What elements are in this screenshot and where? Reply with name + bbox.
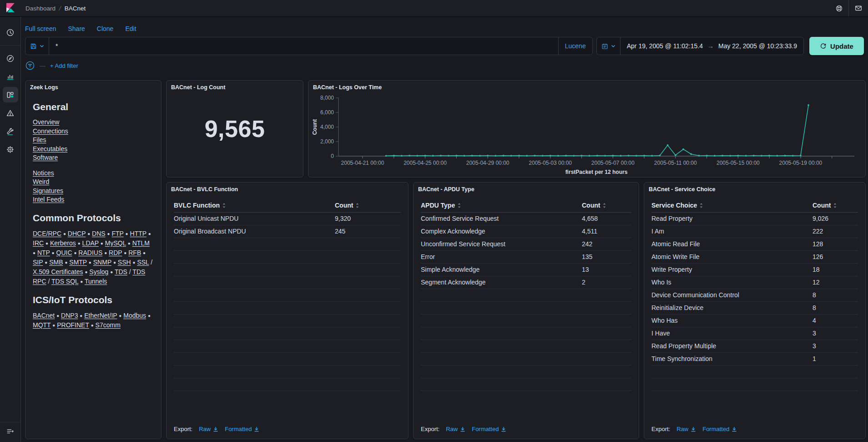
table-sort-header[interactable]: Service Choice: [651, 199, 812, 212]
date-range-start[interactable]: Apr 19, 2005 @ 11:02:15.4: [627, 42, 703, 50]
table-row: Time Synchronization1: [651, 352, 858, 365]
export-raw-link[interactable]: Raw: [676, 426, 696, 432]
protocol-link[interactable]: HTTP: [130, 230, 146, 237]
table-empty-row: [421, 340, 631, 352]
protocol-link[interactable]: Kerberos: [50, 239, 76, 247]
date-range-end[interactable]: May 22, 2005 @ 10:23:33.9: [718, 42, 797, 50]
kibana-logo[interactable]: [0, 0, 21, 16]
export-formatted-link[interactable]: Formatted: [702, 426, 737, 432]
protocol-link[interactable]: Tunnels: [85, 278, 107, 285]
protocol-link[interactable]: EtherNet/IP: [84, 312, 117, 319]
zeek-log-link[interactable]: Signatures: [33, 187, 63, 196]
table-empty-row: [174, 378, 401, 391]
zeek-log-link[interactable]: Overview: [33, 118, 59, 127]
update-button[interactable]: Update: [809, 37, 864, 55]
table-empty-row: [174, 327, 401, 340]
add-filter-button[interactable]: + Add filter: [50, 62, 78, 69]
protocol-link[interactable]: LDAP: [82, 239, 99, 247]
date-quick-menu-button[interactable]: [597, 37, 621, 55]
zeek-log-link[interactable]: Weird: [33, 178, 49, 187]
filter-icon[interactable]: [25, 61, 35, 71]
zeek-log-link[interactable]: Notices: [33, 169, 54, 178]
filter-pin-dash: —: [40, 62, 45, 69]
zeek-log-link[interactable]: Files: [33, 136, 46, 145]
help-ring-icon: [835, 5, 843, 12]
saved-query-menu-button[interactable]: [25, 37, 49, 55]
protocol-link[interactable]: SMB: [49, 259, 63, 266]
table-sort-header[interactable]: Count: [812, 199, 858, 212]
protocol-link[interactable]: DHCP: [68, 230, 86, 237]
protocol-link[interactable]: NTLM: [132, 239, 150, 247]
full-screen-button[interactable]: Full screen: [25, 25, 56, 32]
table-cell: Who Has: [651, 314, 812, 327]
protocol-link[interactable]: MySQL: [105, 239, 126, 247]
protocol-link[interactable]: TDS SQL: [51, 278, 78, 285]
protocol-link[interactable]: RFB: [128, 249, 141, 256]
bullet-separator-icon: ●: [133, 260, 136, 265]
protocol-link[interactable]: SSL: [137, 259, 149, 266]
export-raw-link[interactable]: Raw: [199, 426, 218, 432]
bullet-separator-icon: ●: [45, 260, 47, 265]
sidebar-item-discover[interactable]: [0, 49, 21, 67]
sidebar-item-alerts[interactable]: [0, 104, 21, 122]
sidebar-item-dashboard[interactable]: [0, 86, 21, 104]
table-row: Read Property Multiple3: [651, 340, 858, 352]
protocol-link[interactable]: FTP: [111, 230, 123, 237]
export-formatted-link[interactable]: Formatted: [472, 426, 506, 432]
clock-icon: [6, 28, 15, 37]
newsfeed-button[interactable]: [849, 0, 868, 16]
sidebar-item-dev-tools[interactable]: [0, 122, 21, 140]
clone-button[interactable]: Clone: [97, 25, 114, 32]
table-sort-header[interactable]: BVLC Function: [174, 199, 335, 212]
breadcrumb-current: BACnet: [65, 5, 86, 12]
protocol-link[interactable]: NTP: [37, 249, 50, 256]
collapse-navigation-button[interactable]: [6, 427, 15, 437]
protocol-link[interactable]: Syslog: [89, 268, 108, 275]
recently-viewed-button[interactable]: [0, 23, 21, 41]
protocol-link[interactable]: SIP: [33, 259, 43, 266]
protocol-link[interactable]: SNMP: [93, 259, 111, 266]
bullet-separator-icon: ●: [143, 250, 146, 255]
table-sort-header[interactable]: Count: [582, 199, 631, 212]
zeek-log-link[interactable]: Software: [33, 153, 58, 163]
table-sort-header[interactable]: APDU Type: [421, 199, 582, 212]
sidebar-item-visualize[interactable]: [0, 67, 21, 86]
breadcrumb-dashboard[interactable]: Dashboard: [25, 5, 56, 12]
help-button[interactable]: [829, 0, 848, 16]
search-query-input[interactable]: *: [49, 37, 558, 55]
protocol-link[interactable]: X.509 Certificates: [33, 268, 83, 275]
protocol-link[interactable]: QUIC: [56, 249, 72, 256]
zeek-log-link[interactable]: Intel Feeds: [33, 195, 64, 204]
protocol-link[interactable]: DNS: [92, 230, 106, 237]
table-row: Write Property18: [651, 263, 858, 276]
protocol-link[interactable]: DCE/RPC: [33, 230, 61, 237]
table-sort-header[interactable]: Count: [335, 199, 401, 212]
table-cell: 245: [335, 225, 401, 238]
sidebar-item-management[interactable]: [0, 140, 21, 158]
bullet-separator-icon: ●: [91, 323, 94, 328]
protocol-link[interactable]: SMTP: [69, 259, 87, 266]
export-formatted-link[interactable]: Formatted: [225, 426, 259, 432]
table-empty-row: [174, 365, 401, 378]
protocol-link[interactable]: TDS: [115, 268, 127, 275]
protocol-link[interactable]: DNP3: [61, 312, 78, 319]
protocol-link[interactable]: IRC: [33, 239, 44, 247]
zeek-log-link[interactable]: Executables: [33, 145, 67, 154]
date-range-display: Apr 19, 2005 @ 11:02:15.4 → May 22, 2005…: [621, 37, 803, 55]
zeek-log-link[interactable]: Connections: [33, 127, 68, 136]
protocol-link[interactable]: SSH: [118, 259, 131, 266]
date-picker: Apr 19, 2005 @ 11:02:15.4 → May 22, 2005…: [596, 37, 804, 55]
query-language-link[interactable]: Lucene: [565, 42, 586, 50]
share-button[interactable]: Share: [68, 25, 85, 32]
edit-button[interactable]: Edit: [125, 25, 136, 32]
export-raw-link[interactable]: Raw: [446, 426, 465, 432]
svg-text:6,000: 6,000: [320, 109, 334, 116]
protocol-link[interactable]: Modbus: [123, 312, 146, 319]
bullet-separator-icon: ●: [80, 279, 83, 284]
protocol-link[interactable]: RDP: [109, 249, 122, 256]
protocol-link[interactable]: PROFINET: [57, 321, 89, 329]
protocol-link[interactable]: MQTT: [33, 321, 50, 329]
protocol-link[interactable]: RADIUS: [78, 249, 102, 256]
protocol-link[interactable]: S7comm: [96, 321, 121, 329]
protocol-link[interactable]: BACnet: [33, 312, 55, 319]
